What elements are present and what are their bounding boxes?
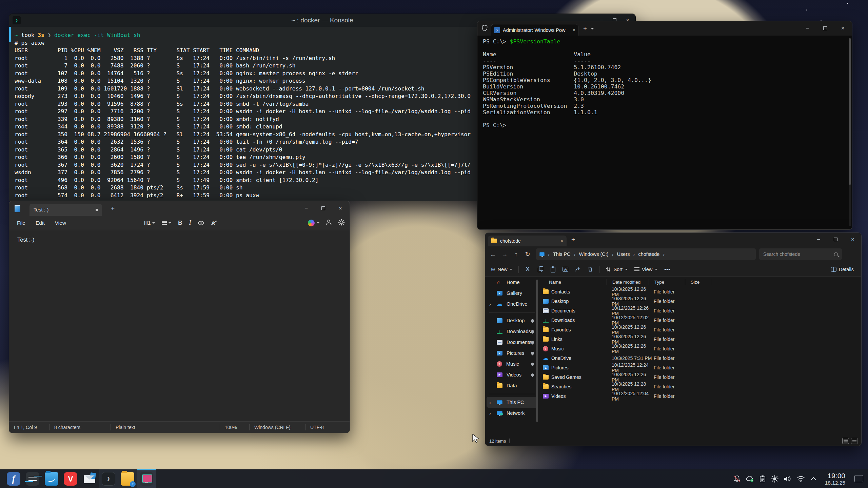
crumb-user[interactable]: chofstede — [638, 251, 659, 257]
explorer-titlebar[interactable]: chofstede × + − × — [485, 233, 861, 246]
sidebar-item-videos[interactable]: ▶Videos — [487, 369, 537, 380]
crumb-users[interactable]: Users — [617, 251, 630, 257]
file-row[interactable]: ♪Music10/3/2025 12:26 PMFile folder — [541, 344, 861, 353]
list-dropdown[interactable] — [162, 221, 171, 225]
close-tab-icon[interactable]: × — [560, 238, 563, 244]
details-view-toggle[interactable] — [842, 438, 849, 444]
file-row[interactable]: Favorites10/3/2025 12:26 PMFile folder — [541, 325, 861, 334]
maximize-icon[interactable] — [321, 206, 325, 210]
column-name[interactable]: Name — [541, 280, 607, 285]
document-mode[interactable]: Plain text — [111, 424, 220, 430]
sidebar-item-home[interactable]: ⌂Home — [487, 277, 537, 288]
menu-view[interactable]: View — [51, 218, 71, 228]
sidebar-item-onedrive[interactable]: ›☁OneDrive — [487, 299, 537, 309]
tab-dropdown-icon[interactable] — [591, 28, 594, 31]
crumb-drive[interactable]: Windows (C:) — [579, 251, 609, 257]
tray-expand-icon[interactable] — [810, 475, 817, 483]
up-icon[interactable]: ↑ — [510, 251, 522, 258]
powershell-tab[interactable]: ❯ Administrator: Windows Pow × — [491, 24, 578, 36]
menu-file[interactable]: File — [13, 218, 30, 228]
line-ending[interactable]: Windows (CRLF) — [250, 424, 305, 430]
konsole-task[interactable]: ❯ — [99, 469, 118, 488]
formatting-clear-button[interactable]: A — [211, 220, 215, 226]
new-tab-button[interactable]: + — [111, 205, 115, 212]
view-button[interactable]: View — [631, 267, 661, 272]
sidebar-item-pictures[interactable]: ▲Pictures — [487, 348, 537, 359]
file-row[interactable]: Links10/3/2025 12:26 PMFile folder — [541, 334, 861, 344]
maximize-icon[interactable] — [834, 238, 837, 241]
clipboard-icon[interactable] — [759, 475, 766, 483]
sidebar-item-downloads[interactable]: ↓Downloads — [487, 326, 537, 337]
file-row[interactable]: ▶Videos10/12/2025 12:04 PMFile folder — [541, 391, 861, 401]
close-icon[interactable]: × — [339, 205, 342, 211]
sidebar-item-desktop[interactable]: Desktop — [487, 315, 537, 326]
file-row[interactable]: Desktop10/3/2025 12:26 PMFile folder — [541, 297, 861, 306]
brightness-icon[interactable] — [771, 475, 779, 483]
link-button[interactable] — [198, 220, 204, 226]
cut-button[interactable] — [521, 266, 534, 272]
new-button[interactable]: ⊕New — [487, 266, 516, 272]
show-desktop-button[interactable] — [854, 475, 863, 482]
details-pane-button[interactable]: Details — [828, 267, 857, 272]
files-task[interactable]: + — [118, 469, 137, 488]
sidebar-item-data[interactable]: Data — [487, 380, 537, 391]
paste-button[interactable] — [547, 266, 559, 272]
chevron-right-icon[interactable]: › — [489, 410, 491, 416]
encoding[interactable]: UTF-8 — [305, 424, 350, 430]
app-launcher-fedora[interactable]: f — [4, 469, 23, 488]
share-button[interactable] — [572, 266, 584, 272]
crumb-this-pc[interactable]: This PC — [553, 251, 571, 257]
minimize-icon[interactable]: − — [304, 205, 308, 211]
breadcrumb[interactable]: › This PC › Windows (C:) › Users › chofs… — [536, 248, 756, 260]
maximize-icon[interactable] — [823, 26, 827, 30]
file-row[interactable]: ▲Pictures10/12/2025 12:24 PMFile folder — [541, 363, 861, 372]
account-button[interactable] — [326, 219, 332, 227]
notepad-titlebar[interactable]: Test :-) + − × — [9, 201, 350, 216]
back-icon[interactable]: ← — [487, 251, 499, 258]
vivaldi-launcher[interactable]: V — [61, 469, 80, 488]
powershell-output[interactable]: PS C:\> $PSVersionTable Name Value ---- … — [477, 36, 852, 229]
column-type[interactable]: Type — [654, 280, 685, 285]
notepad-tab[interactable]: Test :-) — [29, 204, 102, 216]
dolphin-launcher[interactable] — [42, 469, 61, 488]
column-date[interactable]: Date modified — [612, 280, 649, 285]
menu-edit[interactable]: Edit — [31, 218, 49, 228]
close-tab-icon[interactable]: × — [573, 27, 575, 33]
italic-button[interactable]: I — [189, 219, 191, 226]
explorer-tab[interactable]: chofstede × — [488, 236, 567, 246]
delete-button[interactable] — [584, 266, 596, 272]
bold-button[interactable]: B — [178, 220, 182, 226]
volume-icon[interactable] — [783, 475, 792, 483]
chevron-right-icon[interactable]: › — [489, 301, 491, 307]
minimize-icon[interactable]: − — [806, 25, 809, 31]
file-row[interactable]: ☁OneDrive10/3/2025 7:31 PMFile folder — [541, 353, 861, 363]
notifications-muted-icon[interactable] — [733, 475, 741, 483]
chevron-right-icon[interactable]: › — [489, 400, 491, 405]
file-row[interactable]: Contacts10/3/2025 12:26 PMFile folder — [541, 287, 861, 297]
close-icon[interactable]: × — [851, 237, 854, 242]
scrollbar[interactable] — [849, 38, 851, 226]
more-button[interactable]: ••• — [661, 267, 674, 272]
file-row[interactable]: Saved Games10/3/2025 12:26 PMFile folder — [541, 372, 861, 382]
mail-launcher[interactable] — [80, 469, 99, 488]
spectacle-task[interactable] — [137, 469, 156, 488]
search-input[interactable]: Search chofstede — [759, 248, 842, 260]
notepad-editor[interactable]: Test :-) — [9, 230, 350, 421]
terminal-titlebar[interactable]: ❯ Administrator: Windows Pow × + − × — [477, 21, 852, 36]
sidebar-item-gallery[interactable]: ▲Gallery — [487, 288, 537, 299]
wifi-icon[interactable] — [796, 475, 805, 483]
clock[interactable]: 19:00 18.12.25 — [825, 472, 845, 486]
sidebar-item-music[interactable]: ♪Music — [487, 359, 537, 369]
settings-gear-icon[interactable] — [338, 219, 345, 227]
column-size[interactable]: Size — [691, 280, 712, 285]
sidebar-scrollbar[interactable] — [536, 280, 538, 422]
icons-view-toggle[interactable] — [851, 438, 858, 444]
heading-dropdown[interactable]: H1 — [144, 220, 155, 226]
system-settings-launcher[interactable] — [23, 469, 42, 488]
new-tab-button[interactable]: + — [571, 236, 575, 243]
minimize-icon[interactable]: − — [817, 237, 820, 242]
rename-button[interactable]: A — [559, 267, 572, 272]
file-row[interactable]: Searches10/3/2025 12:28 PMFile folder — [541, 382, 861, 391]
sort-button[interactable]: Sort — [602, 267, 631, 272]
sidebar-item-network[interactable]: ›Network — [487, 408, 537, 419]
